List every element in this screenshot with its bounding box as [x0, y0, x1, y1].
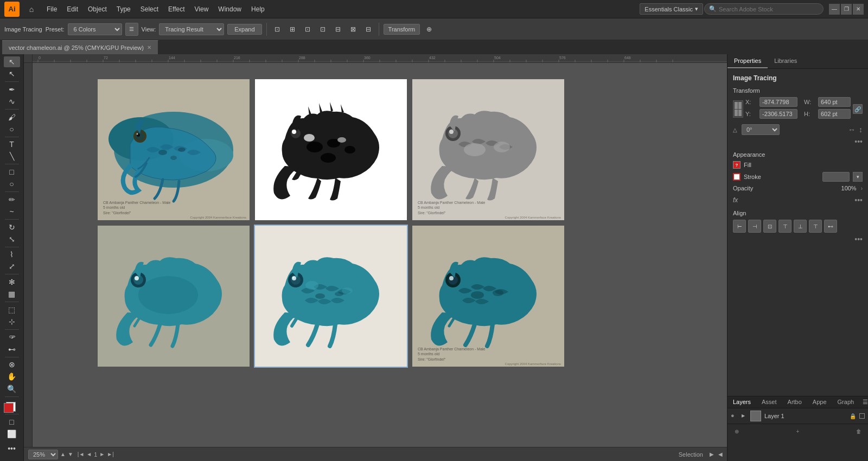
- home-button[interactable]: ⌂: [24, 2, 39, 17]
- transform-options-button[interactable]: ⊕: [423, 23, 435, 35]
- artwork-cell-6[interactable]: CB Ambanja Panther Chameleon - Male5 mon…: [412, 226, 564, 367]
- search-stock-field[interactable]: 🔍: [704, 3, 824, 15]
- direct-selection-tool-button[interactable]: ↖: [4, 68, 20, 79]
- distribute-h-button[interactable]: ⊟: [362, 23, 374, 35]
- align-v-top-button[interactable]: ⊡: [317, 23, 329, 35]
- line-segment-tool-button[interactable]: ╲: [4, 151, 20, 162]
- more-tools-button[interactable]: •••: [4, 440, 20, 457]
- restore-button[interactable]: ❐: [841, 4, 852, 15]
- layers-tab-asset[interactable]: Asset: [756, 396, 782, 408]
- menu-view[interactable]: View: [190, 3, 213, 15]
- rotate-tool-button[interactable]: ↻: [4, 222, 20, 233]
- menu-edit[interactable]: Edit: [62, 3, 82, 15]
- y-input[interactable]: [760, 109, 797, 119]
- align-h-centers-button[interactable]: ⊣: [748, 220, 761, 233]
- stroke-weight-input[interactable]: [822, 172, 850, 182]
- transform-reference-point[interactable]: [733, 100, 743, 118]
- paintbrush-tool-button[interactable]: 🖌: [4, 112, 20, 123]
- menu-file[interactable]: File: [42, 3, 61, 15]
- h-input[interactable]: [818, 109, 851, 119]
- artwork-cell-5[interactable]: [255, 226, 407, 367]
- zoom-out-button[interactable]: ▼: [68, 451, 73, 457]
- menu-help[interactable]: Help: [247, 3, 269, 15]
- next-page-button[interactable]: ►: [99, 451, 105, 457]
- layer-lock-toggle[interactable]: 🔒: [850, 413, 856, 419]
- status-stop-button[interactable]: ◀: [718, 451, 723, 457]
- flip-v-button[interactable]: ↕: [859, 125, 863, 134]
- align-top-edges-button[interactable]: ⊤: [778, 220, 792, 233]
- smooth-tool-button[interactable]: ~: [4, 206, 20, 217]
- canvas-content[interactable]: CB Ambanja Panther Chameleon - Male5 mon…: [33, 63, 727, 447]
- constrain-proportions-button[interactable]: 🔗: [853, 104, 863, 114]
- layer-visibility-toggle[interactable]: ●: [731, 412, 738, 420]
- drawing-modes-button[interactable]: □: [4, 417, 20, 427]
- menu-object[interactable]: Object: [84, 3, 111, 15]
- appearance-dots[interactable]: •••: [854, 196, 863, 204]
- tab-libraries[interactable]: Libraries: [768, 54, 803, 68]
- close-button[interactable]: ✕: [853, 4, 864, 15]
- artboard-tool-button[interactable]: ⬚: [4, 304, 20, 315]
- layers-tab-artbo[interactable]: Artbo: [782, 396, 807, 408]
- symbol-sprayer-tool-button[interactable]: ✻: [4, 277, 20, 287]
- align-h-right-button[interactable]: ⊡: [302, 23, 314, 35]
- hand-tool-button[interactable]: ✋: [4, 371, 20, 382]
- align-right-edges-button[interactable]: ⊡: [763, 220, 776, 233]
- layers-tab-layers[interactable]: Layers: [727, 396, 756, 408]
- align-bottom-edges-button[interactable]: ⊤: [809, 220, 822, 233]
- stroke-options-button[interactable]: ▾: [853, 172, 863, 182]
- minimize-button[interactable]: —: [829, 4, 840, 15]
- layers-tab-graph[interactable]: Graph: [832, 396, 860, 408]
- ellipse-tool-button[interactable]: ○: [4, 178, 20, 189]
- preset-options-button[interactable]: ☰: [125, 23, 138, 36]
- screen-modes-button[interactable]: ⬜: [4, 428, 20, 439]
- layers-tab-appe[interactable]: Appe: [807, 396, 832, 408]
- foreground-color-swatch[interactable]: [4, 403, 14, 413]
- zoom-in-button[interactable]: ▲: [60, 451, 66, 457]
- align-left-edges-button[interactable]: ⊢: [733, 220, 746, 233]
- flip-h-button[interactable]: ↔: [848, 125, 856, 134]
- delete-layer-button[interactable]: 🗑: [854, 426, 864, 436]
- workspace-selector[interactable]: Essentials Classic ▾: [640, 3, 703, 15]
- blob-brush-tool-button[interactable]: ○: [4, 124, 20, 135]
- first-page-button[interactable]: |◄: [78, 451, 85, 457]
- layers-panel-menu-button[interactable]: ☰: [859, 396, 868, 408]
- artwork-cell-3[interactable]: CB Ambanja Panther Chameleon - Male5 mon…: [412, 79, 564, 220]
- preset-select[interactable]: 6 Colors: [68, 23, 122, 35]
- expand-button[interactable]: Expand: [227, 24, 261, 35]
- rotation-select[interactable]: 0°: [742, 124, 780, 135]
- opacity-expand-button[interactable]: ›: [861, 185, 863, 191]
- menu-type[interactable]: Type: [112, 3, 135, 15]
- warp-tool-button[interactable]: ⌇: [4, 249, 20, 260]
- align-dots[interactable]: •••: [854, 235, 863, 244]
- last-page-button[interactable]: ►|: [107, 451, 114, 457]
- zoom-select[interactable]: 25%: [28, 450, 58, 459]
- layer-row-1[interactable]: ● ▶ Layer 1 🔒: [727, 408, 868, 424]
- artwork-cell-1[interactable]: CB Ambanja Panther Chameleon - Male5 mon…: [98, 79, 250, 220]
- close-tab-button[interactable]: ✕: [147, 44, 151, 50]
- measure-tool-button[interactable]: ⊷: [4, 344, 20, 355]
- document-tab[interactable]: vector chameleon.ai @ 25% (CMYK/GPU Prev…: [2, 40, 158, 54]
- transform-button[interactable]: Transform: [384, 24, 420, 35]
- text-tool-button[interactable]: T: [4, 139, 20, 150]
- scale-tool-button[interactable]: ⤡: [4, 234, 20, 245]
- align-v-center-button[interactable]: ⊟: [332, 23, 344, 35]
- transform-options-dots[interactable]: •••: [854, 137, 863, 146]
- eyedropper-tool-button[interactable]: 🖙: [4, 332, 20, 343]
- tab-properties[interactable]: Properties: [727, 54, 768, 68]
- align-v-centers-button[interactable]: ⊥: [794, 220, 807, 233]
- blend-tool-button[interactable]: ⊗: [4, 359, 20, 370]
- create-new-layer-button[interactable]: +: [793, 426, 803, 436]
- curvature-tool-button[interactable]: ∿: [4, 96, 20, 107]
- artwork-cell-2[interactable]: [255, 79, 407, 220]
- menu-select[interactable]: Select: [136, 3, 163, 15]
- menu-effect[interactable]: Effect: [164, 3, 189, 15]
- free-transform-tool-button[interactable]: ⤢: [4, 261, 20, 272]
- make-sublayer-button[interactable]: ⊕: [732, 426, 742, 436]
- view-select[interactable]: Tracing Result: [159, 23, 224, 35]
- layer-expand-toggle[interactable]: ▶: [742, 413, 747, 419]
- pen-tool-button[interactable]: ✒: [4, 84, 20, 95]
- status-play-button[interactable]: ▶: [710, 451, 714, 457]
- zoom-tool-button[interactable]: 🔍: [4, 383, 20, 394]
- column-graph-tool-button[interactable]: ▦: [4, 289, 20, 299]
- search-stock-input[interactable]: [719, 6, 819, 12]
